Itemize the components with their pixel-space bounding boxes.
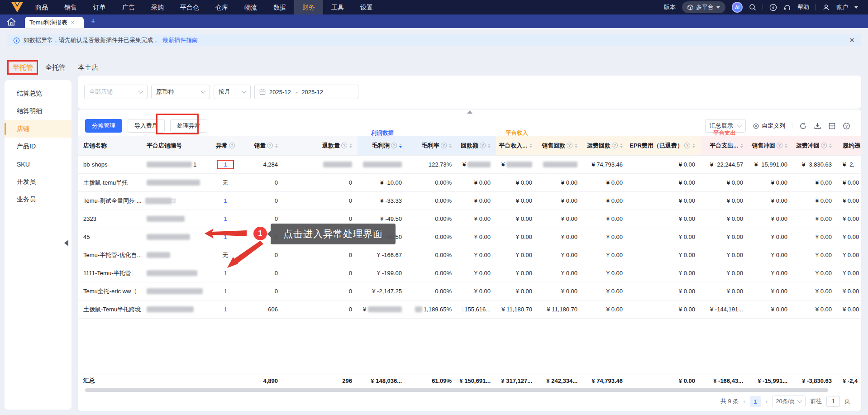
sort-icon[interactable]	[740, 143, 743, 148]
exception-count-link[interactable]: 1	[217, 160, 234, 169]
filter-collapse-button[interactable]	[460, 110, 479, 115]
sort-icon[interactable]	[275, 143, 278, 148]
column-header-销售冲回[interactable]: 销售冲回?	[749, 136, 793, 155]
date-range-picker[interactable]: 2025-12 ~ 2025-12	[254, 85, 358, 99]
sidebar-item-产品ID[interactable]: 产品ID	[5, 138, 72, 155]
sidebar-item-开发员[interactable]: 开发员	[5, 173, 72, 191]
sort-icon[interactable]	[620, 143, 623, 148]
plugin-guide-link[interactable]: 最新插件指南	[162, 36, 198, 44]
add-tab-button[interactable]: +	[91, 16, 95, 26]
report-icon[interactable]	[828, 122, 836, 130]
help-link[interactable]: 帮助	[797, 3, 809, 11]
page-size-select[interactable]: 20条/页	[772, 396, 806, 407]
menu-item-销售[interactable]: 销售	[56, 0, 85, 14]
menu-item-平台仓[interactable]: 平台仓	[172, 0, 207, 14]
currency-filter-select[interactable]: 原币种	[151, 85, 210, 99]
sort-icon[interactable]	[529, 143, 532, 148]
exception-count-link[interactable]: 1	[224, 306, 227, 313]
column-header-EPR费用（已退费）[interactable]: EPR费用（已退费）?	[628, 136, 701, 155]
goto-page-input[interactable]: 1	[826, 396, 840, 407]
chevron-down-icon[interactable]	[854, 6, 858, 9]
help-icon[interactable]: ?	[567, 143, 572, 148]
column-header-回款额[interactable]: 回款额?	[457, 136, 496, 155]
column-header-平台支出...[interactable]: 平台支出...	[701, 136, 749, 155]
menu-item-仓库[interactable]: 仓库	[207, 0, 236, 14]
sort-icon[interactable]	[399, 143, 402, 148]
help-icon[interactable]: ?	[229, 143, 235, 148]
home-icon[interactable]	[6, 17, 16, 26]
help-icon[interactable]: ?	[821, 143, 827, 148]
cell-店铺名称: Temu-半托管-优化自...	[78, 246, 141, 264]
menu-item-广告[interactable]: 广告	[114, 0, 143, 14]
menu-item-物流[interactable]: 物流	[236, 0, 265, 14]
sort-icon[interactable]	[692, 143, 695, 148]
menu-item-工具[interactable]: 工具	[323, 0, 352, 14]
sort-icon[interactable]	[829, 143, 832, 148]
download-circle-icon[interactable]	[769, 4, 777, 11]
sidebar-item-店铺[interactable]: 店铺	[5, 120, 72, 138]
prev-page-button[interactable]: ‹	[743, 398, 745, 405]
app-logo-icon[interactable]	[10, 1, 24, 13]
sort-icon[interactable]	[488, 143, 491, 148]
column-header-毛利率[interactable]: 毛利率?	[407, 136, 457, 155]
column-header-毛利润[interactable]: 毛利润?	[358, 136, 407, 155]
sidebar-item-结算明细[interactable]: 结算明细	[5, 102, 72, 120]
sort-icon[interactable]	[785, 143, 787, 148]
menu-item-设置[interactable]: 设置	[352, 0, 381, 14]
version-label[interactable]: 版本	[664, 3, 676, 11]
column-header-运费回款[interactable]: 运费回款?	[583, 136, 628, 155]
sidebar-item-结算总览[interactable]: 结算总览	[5, 85, 72, 102]
help-icon[interactable]: ?	[777, 143, 782, 148]
ai-assistant-button[interactable]: AI	[732, 2, 743, 13]
platform-selector[interactable]: 多平台	[682, 1, 725, 13]
help-icon[interactable]: ?	[684, 143, 690, 148]
menu-item-采购[interactable]: 采购	[143, 0, 172, 14]
mode-tab-本土店[interactable]: 本土店	[78, 63, 98, 72]
menu-item-商品[interactable]: 商品	[27, 0, 56, 14]
next-page-button[interactable]: ›	[765, 398, 768, 405]
customize-columns-button[interactable]: 自定义列	[753, 122, 785, 130]
sidebar-collapse-handle[interactable]	[64, 240, 68, 246]
column-header-运费冲回[interactable]: 运费冲回?	[793, 136, 837, 155]
help-icon[interactable]: ?	[267, 143, 273, 148]
refresh-icon[interactable]	[799, 122, 807, 130]
toolbar-button-分摊管理[interactable]: 分摊管理	[85, 119, 122, 133]
tab-temu-profit-report[interactable]: Temu利润报表 ×	[25, 17, 84, 28]
sort-icon[interactable]	[575, 143, 577, 148]
close-icon[interactable]: ✕	[849, 36, 855, 44]
column-header-退款量[interactable]: 退款量?	[283, 136, 358, 155]
cell-运费回款: ¥ 0.00	[583, 282, 628, 300]
exception-count-link[interactable]: 1	[224, 197, 227, 204]
column-header-平台收入...[interactable]: 平台收入...	[496, 136, 538, 155]
exception-count-link[interactable]: 1	[224, 215, 227, 222]
help-icon[interactable]: ?	[480, 143, 486, 148]
close-icon[interactable]: ×	[71, 19, 75, 26]
sort-icon[interactable]	[449, 143, 452, 148]
menu-item-财务[interactable]: 财务	[294, 0, 323, 14]
page-number-button[interactable]: 1	[750, 396, 761, 407]
help-icon[interactable]: ?	[441, 143, 447, 148]
menu-item-数据[interactable]: 数据	[265, 0, 294, 14]
headset-icon[interactable]	[783, 4, 791, 11]
shop-filter-select[interactable]: 全部店铺	[84, 85, 148, 99]
download-icon[interactable]	[814, 122, 821, 130]
help-icon[interactable]: ?	[612, 143, 618, 148]
horizontal-scrollbar[interactable]	[85, 388, 828, 392]
help-icon[interactable]: ?	[391, 143, 397, 148]
exception-count-link[interactable]: 1	[224, 270, 227, 277]
mode-tab-全托管[interactable]: 全托管	[45, 63, 66, 72]
column-header-销量[interactable]: 销量?	[242, 136, 283, 155]
period-filter-select[interactable]: 按月	[214, 85, 251, 99]
column-group-label-平台支出: 平台支出	[713, 129, 736, 137]
help-icon[interactable]: ?	[843, 122, 850, 130]
sidebar-item-业务员[interactable]: 业务员	[5, 191, 72, 208]
summary-cell-销售回款: ¥ 242,334...	[538, 373, 583, 388]
help-icon[interactable]: ?	[341, 143, 347, 148]
menu-item-订单[interactable]: 订单	[85, 0, 114, 14]
exception-count-link[interactable]: 1	[224, 288, 227, 295]
search-icon[interactable]	[749, 4, 756, 11]
column-header-销售回款[interactable]: 销售回款?	[538, 136, 583, 155]
sidebar-item-SKU[interactable]: SKU	[5, 155, 72, 173]
sort-icon[interactable]	[349, 143, 352, 148]
account-label[interactable]: 账户	[836, 3, 848, 11]
